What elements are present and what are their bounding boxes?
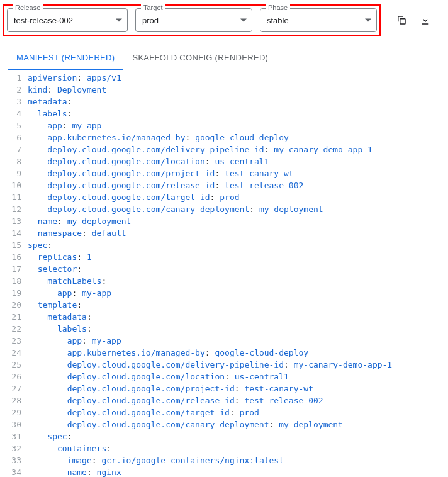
target-dropdown[interactable]: Target prod [135, 8, 252, 32]
target-label: Target [141, 4, 165, 11]
filter-bar: Release test-release-002 Target prod Pha… [0, 0, 448, 40]
svg-rect-0 [400, 19, 405, 24]
release-label: Release [13, 4, 43, 11]
phase-value: stable [267, 16, 289, 25]
download-button[interactable] [419, 14, 432, 26]
code-viewer: 1234567891011121314151617181920212223242… [0, 70, 448, 477]
code-content: apiVersion: apps/v1kind: Deploymentmetad… [28, 72, 448, 477]
phase-dropdown[interactable]: Phase stable [260, 8, 377, 32]
tab-manifest-label: MANIFEST (RENDERED) [16, 53, 115, 62]
copy-icon [396, 14, 407, 26]
phase-label: Phase [266, 4, 290, 11]
line-gutter: 1234567891011121314151617181920212223242… [0, 72, 28, 477]
target-value: prod [142, 16, 159, 25]
release-dropdown[interactable]: Release test-release-002 [7, 8, 128, 32]
action-icons [395, 14, 432, 26]
tab-skaffold[interactable]: SKAFFOLD CONFIG (RENDERED) [123, 47, 277, 70]
dropdown-group: Release test-release-002 Target prod Pha… [3, 4, 381, 36]
tabs: MANIFEST (RENDERED) SKAFFOLD CONFIG (REN… [0, 47, 448, 70]
chevron-down-icon [116, 19, 122, 22]
tab-manifest[interactable]: MANIFEST (RENDERED) [8, 47, 123, 70]
chevron-down-icon [365, 19, 371, 22]
tab-skaffold-label: SKAFFOLD CONFIG (RENDERED) [132, 53, 268, 62]
download-icon [420, 14, 431, 26]
chevron-down-icon [240, 19, 247, 22]
release-value: test-release-002 [14, 16, 73, 25]
copy-button[interactable] [395, 14, 408, 26]
